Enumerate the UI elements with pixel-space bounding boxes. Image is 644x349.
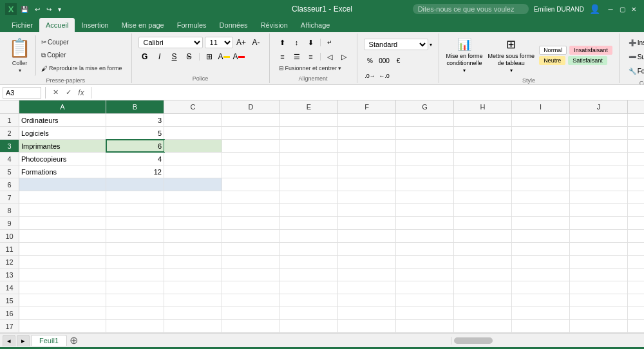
cell-g2[interactable]: [396, 127, 454, 139]
add-sheet-btn[interactable]: ⊕: [68, 335, 80, 346]
cell-h3[interactable]: [454, 140, 512, 152]
row-num-13[interactable]: 13: [0, 269, 19, 281]
col-header-h[interactable]: H: [454, 100, 512, 113]
cell-c2[interactable]: [164, 127, 222, 139]
fx-btn[interactable]: fx: [75, 87, 87, 99]
cell-a7[interactable]: [19, 191, 106, 203]
table-format-btn[interactable]: ⊞ Mettre sous formede tableau ▾: [486, 36, 537, 75]
cell-c6[interactable]: [164, 178, 222, 191]
redo-quick-btn[interactable]: ↪: [45, 5, 53, 14]
minimize-btn[interactable]: ─: [605, 4, 616, 14]
cell-e4[interactable]: [280, 153, 338, 165]
cell-c5[interactable]: [164, 165, 222, 178]
cell-b5[interactable]: 12: [106, 165, 164, 178]
normal-style[interactable]: Normal: [539, 46, 567, 55]
tab-affichage[interactable]: Affichage: [294, 18, 337, 32]
cell-g3[interactable]: [396, 140, 454, 152]
tab-mise-en-page[interactable]: Mise en page: [115, 18, 171, 32]
cell-f3[interactable]: [338, 140, 396, 152]
col-header-i[interactable]: I: [512, 100, 570, 113]
cell-d2[interactable]: [222, 127, 280, 139]
save-quick-btn[interactable]: 💾: [19, 5, 30, 14]
strikethrough-btn[interactable]: S: [183, 50, 196, 63]
fill-color-btn[interactable]: A: [218, 50, 231, 63]
cell-c4[interactable]: [164, 153, 222, 165]
cell-i4[interactable]: [512, 153, 570, 165]
formula-input[interactable]: [95, 89, 641, 97]
cell-f6[interactable]: [338, 178, 396, 191]
merge-dropdown[interactable]: ▾: [338, 65, 341, 71]
tab-formules[interactable]: Formules: [171, 18, 213, 32]
cell-d6[interactable]: [222, 178, 280, 191]
row-num-7[interactable]: 7: [0, 191, 19, 203]
cell-d1[interactable]: [222, 114, 280, 126]
row-num-17[interactable]: 17: [0, 320, 19, 332]
row-num-14[interactable]: 14: [0, 281, 19, 294]
cell-g4[interactable]: [396, 153, 454, 165]
cell-a2[interactable]: Logiciels: [19, 127, 106, 139]
ribbon-search-input[interactable]: [413, 4, 529, 14]
align-middle-btn[interactable]: ↕: [290, 36, 303, 49]
bold-btn[interactable]: G: [138, 50, 151, 63]
cancel-formula-btn[interactable]: ✕: [50, 87, 61, 99]
cell-d4[interactable]: [222, 153, 280, 165]
row-num-1[interactable]: 1: [0, 114, 19, 126]
cell-j3[interactable]: [570, 140, 628, 152]
row-num-16[interactable]: 16: [0, 307, 19, 319]
cell-i6[interactable]: [512, 178, 570, 191]
text-wrap-btn[interactable]: ↵: [323, 36, 336, 49]
pct-btn[interactable]: %: [364, 54, 377, 67]
cell-e3[interactable]: [280, 140, 338, 152]
cell-h2[interactable]: [454, 127, 512, 139]
align-top-btn[interactable]: ⬆: [276, 36, 289, 49]
tab-accueil[interactable]: Accueil: [39, 18, 75, 32]
cell-h5[interactable]: [454, 165, 512, 178]
row-num-10[interactable]: 10: [0, 230, 19, 242]
copy-btn[interactable]: ⧉ Copier: [39, 51, 125, 60]
h-scroll-thumb[interactable]: [454, 337, 493, 344]
next-sheet-btn[interactable]: ▸: [17, 335, 30, 346]
cell-i1[interactable]: [512, 114, 570, 126]
align-center-btn[interactable]: ☰: [290, 50, 303, 63]
italic-btn[interactable]: I: [153, 50, 166, 63]
decimal-increase-btn[interactable]: .0→: [364, 70, 377, 82]
cell-b2[interactable]: 5: [106, 127, 164, 139]
indent-decrease-btn[interactable]: ◁: [323, 50, 336, 63]
align-left-btn[interactable]: ≡: [276, 50, 289, 63]
cell-d5[interactable]: [222, 165, 280, 178]
decimal-decrease-btn[interactable]: ←.0: [378, 70, 391, 82]
row-num-2[interactable]: 2: [0, 127, 19, 139]
number-dropdown[interactable]: ▾: [430, 42, 432, 48]
merge-center-btn[interactable]: ⊟ Fusionner et centrer ▾: [276, 64, 345, 72]
col-header-g[interactable]: G: [396, 100, 454, 113]
cell-g1[interactable]: [396, 114, 454, 126]
cell-d3[interactable]: [222, 140, 280, 152]
cell-b7[interactable]: [106, 191, 164, 203]
cell-b1[interactable]: 3: [106, 114, 164, 126]
format-btn[interactable]: 🔧 Format ▾: [626, 64, 644, 77]
cell-h6[interactable]: [454, 178, 512, 191]
conditional-format-btn[interactable]: 📊 Mise en formeconditionnelle ▾: [444, 36, 485, 75]
share-btn[interactable]: 👤: [589, 4, 600, 14]
col-header-f[interactable]: F: [338, 100, 396, 113]
good-style[interactable]: Satisfaisant: [568, 56, 607, 65]
row-num-8[interactable]: 8: [0, 204, 19, 216]
cell-g5[interactable]: [396, 165, 454, 178]
dropdown-quick-btn[interactable]: ▾: [57, 5, 62, 14]
tab-revision[interactable]: Révision: [254, 18, 294, 32]
col-header-b[interactable]: B: [106, 100, 164, 113]
cell-a1[interactable]: Ordinateurs: [19, 114, 106, 126]
cell-e2[interactable]: [280, 127, 338, 139]
underline-btn[interactable]: S: [168, 50, 181, 63]
cut-btn[interactable]: ✂ Couper: [39, 38, 125, 46]
cell-a3[interactable]: Imprimantes: [19, 140, 106, 152]
cell-b6[interactable]: [106, 178, 164, 191]
undo-quick-btn[interactable]: ↩: [33, 5, 41, 14]
thousands-btn[interactable]: 000: [378, 54, 391, 67]
cell-b3[interactable]: 6: [106, 140, 164, 152]
format-painter-btn[interactable]: 🖌 Reproduire la mise en forme: [39, 64, 125, 73]
row-num-5[interactable]: 5: [0, 165, 19, 178]
row-num-9[interactable]: 9: [0, 217, 19, 229]
row-num-11[interactable]: 11: [0, 243, 19, 255]
align-right-btn[interactable]: ≡: [305, 50, 317, 63]
